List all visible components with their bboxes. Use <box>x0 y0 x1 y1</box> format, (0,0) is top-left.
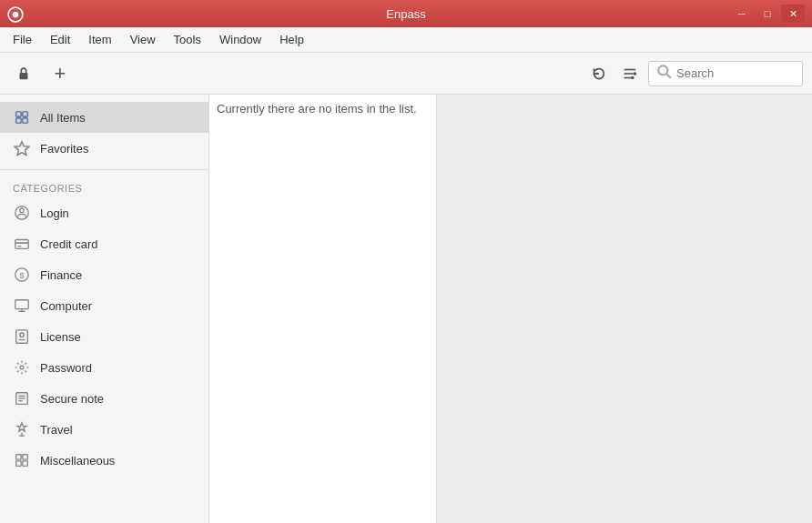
miscellaneous-label: Miscellaneous <box>40 454 115 468</box>
finance-label: Finance <box>40 268 82 282</box>
svg-marker-14 <box>15 142 28 156</box>
favorites-icon <box>13 139 31 157</box>
svg-rect-22 <box>15 300 28 309</box>
svg-text:$: $ <box>19 271 24 280</box>
categories-header: Categories <box>0 176 208 197</box>
search-box <box>648 61 803 86</box>
credit-card-label: Credit card <box>40 237 98 251</box>
svg-point-28 <box>20 366 24 369</box>
sidebar-item-computer[interactable]: Computer <box>0 290 208 321</box>
login-icon <box>13 204 31 222</box>
close-button[interactable]: ✕ <box>781 5 805 23</box>
sidebar-item-finance[interactable]: $ Finance <box>0 259 208 290</box>
menu-window[interactable]: Window <box>210 29 270 50</box>
svg-point-7 <box>631 75 634 79</box>
add-button[interactable]: + <box>46 59 75 88</box>
content-list: Currently there are no items in the list… <box>209 95 437 523</box>
app-icon <box>7 6 22 21</box>
all-items-icon <box>13 108 31 126</box>
lock-icon <box>15 65 32 82</box>
svg-line-34 <box>25 371 26 372</box>
window-controls: ─ □ ✕ <box>730 5 805 23</box>
svg-rect-45 <box>16 461 21 466</box>
main-content: All Items Favorites Categories Login <box>0 95 812 523</box>
refresh-button[interactable] <box>586 61 612 86</box>
favorites-label: Favorites <box>40 142 88 156</box>
login-label: Login <box>40 206 69 220</box>
sidebar: All Items Favorites Categories Login <box>0 95 209 523</box>
svg-rect-13 <box>23 118 27 123</box>
credit-card-icon <box>13 235 31 253</box>
license-icon <box>13 327 31 346</box>
refresh-icon <box>591 65 607 82</box>
svg-point-26 <box>20 333 25 337</box>
sidebar-item-login[interactable]: Login <box>0 197 208 228</box>
secure-note-icon <box>13 389 31 407</box>
travel-label: Travel <box>40 423 73 437</box>
svg-line-36 <box>17 371 18 372</box>
all-items-label: All Items <box>40 111 86 125</box>
add-icon: + <box>55 62 66 85</box>
sidebar-item-license[interactable]: License <box>0 321 208 352</box>
secure-note-label: Secure note <box>40 392 104 406</box>
svg-point-8 <box>658 65 667 75</box>
menu-item[interactable]: Item <box>79 29 120 50</box>
svg-point-6 <box>634 72 637 75</box>
svg-rect-2 <box>20 73 28 79</box>
empty-message: Currently there are no items in the list… <box>217 102 417 116</box>
menu-tools[interactable]: Tools <box>165 29 210 50</box>
toolbar-right <box>586 61 803 86</box>
computer-label: Computer <box>40 299 92 313</box>
password-icon <box>13 358 31 377</box>
sidebar-item-credit-card[interactable]: Credit card <box>0 228 208 259</box>
toolbar: + <box>0 53 812 95</box>
sidebar-divider <box>0 169 208 170</box>
svg-line-35 <box>25 363 26 364</box>
filter-icon <box>622 65 638 82</box>
menu-help[interactable]: Help <box>270 29 313 50</box>
menu-edit[interactable]: Edit <box>41 29 79 50</box>
filter-button[interactable] <box>617 61 643 86</box>
search-input[interactable] <box>676 66 795 80</box>
finance-icon: $ <box>13 266 31 284</box>
svg-point-16 <box>20 208 25 213</box>
sidebar-item-favorites[interactable]: Favorites <box>0 133 208 164</box>
svg-rect-10 <box>16 112 21 116</box>
svg-rect-17 <box>15 240 28 249</box>
menu-bar: File Edit Item View Tools Window Help <box>0 27 812 53</box>
computer-icon <box>13 297 31 315</box>
svg-point-1 <box>13 12 19 18</box>
detail-area <box>437 95 812 523</box>
svg-line-33 <box>17 363 18 364</box>
title-bar-left <box>7 6 22 21</box>
lock-button[interactable] <box>9 59 38 88</box>
svg-rect-44 <box>23 455 27 459</box>
svg-rect-46 <box>23 461 27 466</box>
sidebar-item-miscellaneous[interactable]: Miscellaneous <box>0 445 208 476</box>
minimize-button[interactable]: ─ <box>730 5 754 23</box>
title-bar: Enpass ─ □ ✕ <box>0 0 812 27</box>
menu-file[interactable]: File <box>4 29 41 50</box>
menu-view[interactable]: View <box>121 29 165 50</box>
svg-rect-12 <box>16 118 21 123</box>
sidebar-item-password[interactable]: Password <box>0 352 208 383</box>
sidebar-item-travel[interactable]: Travel <box>0 414 208 445</box>
travel-icon <box>13 420 31 438</box>
svg-line-9 <box>666 74 671 78</box>
maximize-button[interactable]: □ <box>756 5 779 23</box>
svg-rect-43 <box>16 455 21 459</box>
svg-rect-11 <box>23 112 27 116</box>
sidebar-item-all-items[interactable]: All Items <box>0 102 208 133</box>
license-label: License <box>40 330 81 344</box>
window-title: Enpass <box>386 7 425 21</box>
sidebar-item-secure-note[interactable]: Secure note <box>0 383 208 414</box>
miscellaneous-icon <box>13 451 31 469</box>
password-label: Password <box>40 361 92 375</box>
search-icon <box>656 64 673 83</box>
